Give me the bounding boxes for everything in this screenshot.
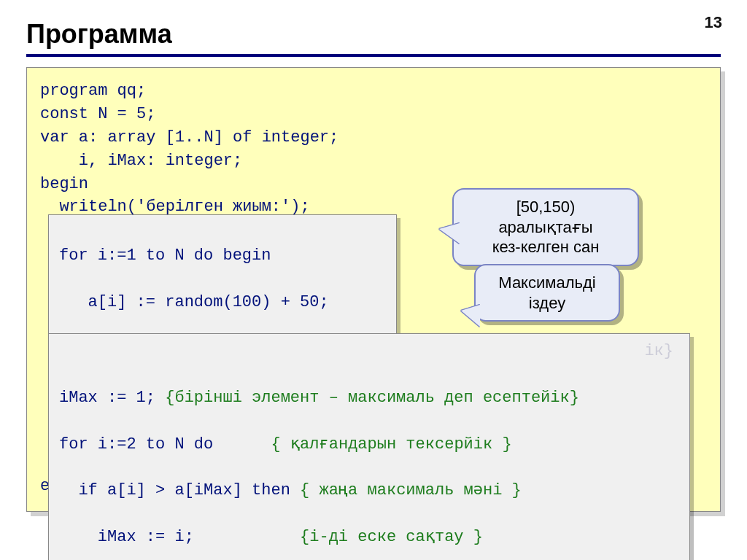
code-line: program qq; — [40, 79, 707, 103]
code-line: var a: array [1..N] of integer; — [40, 126, 707, 149]
callout-line: [50,150) аралықтағы — [467, 197, 624, 237]
code-comment: { жаңа максималь мәні } — [300, 481, 522, 499]
code-line: iMax := i; {i-ді еске сақтау } — [59, 526, 679, 549]
callout-tail — [461, 305, 480, 327]
slide-title: Программа — [26, 19, 721, 50]
title-underline — [26, 54, 721, 57]
code-line: if a[i] > a[iMax] then { жаңа максималь … — [59, 479, 679, 502]
slide: 13 Программа program qq; const N = 5; va… — [0, 0, 747, 560]
code-line: i, iMax: integer; — [40, 149, 707, 173]
code-comment: {i-ді еске сақтау } — [300, 528, 483, 546]
code-line: const N = 5; — [40, 103, 707, 126]
code-line: a[i] := random(100) + 50; — [59, 291, 386, 314]
code-line: for i:=2 to N do { қалғандарын тексерйік… — [59, 433, 679, 456]
callout-line: іздеу — [489, 293, 605, 314]
page-number: 13 — [705, 13, 722, 32]
callout-line: кез-келген сан — [467, 237, 624, 257]
code-comment: { қалғандарын тексерйік } — [271, 435, 511, 454]
code-comment: {бірінші элемент – максималь деп есептей… — [165, 389, 579, 407]
callout-tail — [439, 223, 460, 244]
callout-random-range: [50,150) аралықтағы кез-келген сан — [452, 188, 639, 266]
callout-find-max: Максимальді іздеу — [474, 264, 620, 322]
code-line: for i:=1 to N do begin — [59, 244, 386, 268]
callout-line: Максимальді — [489, 273, 605, 293]
code-box-find-max: ік} iMax := 1; {бірінші элемент – максим… — [48, 333, 690, 560]
ghost-text: ік} — [644, 340, 673, 363]
code-line: iMax := 1; {бірінші элемент – максималь … — [59, 386, 679, 410]
